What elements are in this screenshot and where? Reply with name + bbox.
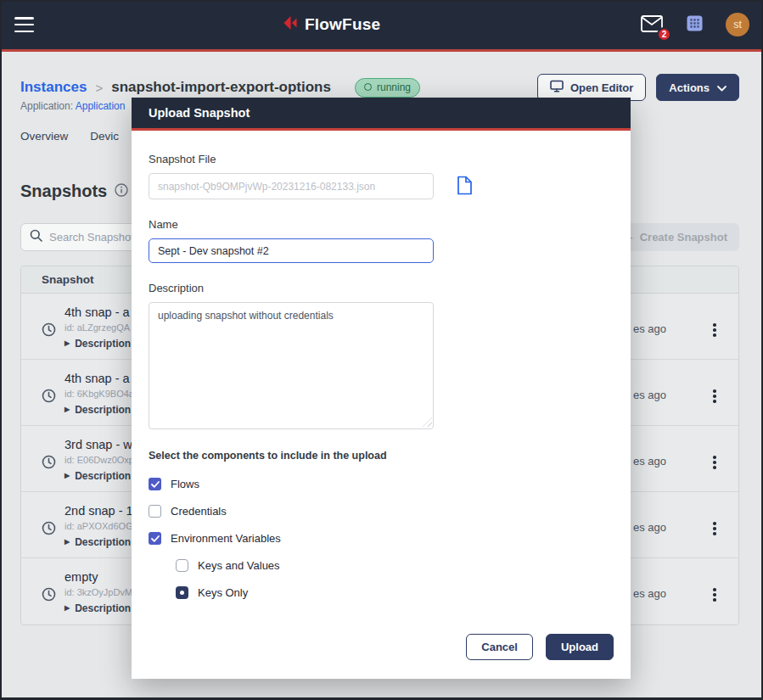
app-window: FlowFuse 2 [0,0,763,700]
upload-button[interactable]: Upload [546,634,614,660]
hamburger-menu-icon[interactable] [14,17,34,32]
snapshot-file-row [149,173,614,199]
description-label: Description [149,282,614,294]
option-credentials: Credentials [149,502,614,520]
snapshot-file-label: Snapshot File [149,153,614,165]
check-icon [151,535,160,542]
option-flows: Flows [149,475,614,493]
option-keys-only: Keys Only [176,584,614,602]
navbar-actions: 2 st [640,0,749,49]
description-textarea[interactable]: uploading snapshot without credentials [149,302,434,429]
option-keys-and-values: Keys and Values [176,557,614,574]
environment-variables-label: Environment Variables [171,532,281,545]
top-navbar: FlowFuse 2 [0,0,763,49]
keys-and-values-radio[interactable] [176,559,188,572]
name-input[interactable] [149,238,434,263]
user-menu-button[interactable]: st [726,13,749,36]
dialog-title: Upload Snapshot [149,106,250,120]
option-environment-variables: Environment Variables [149,529,614,547]
notification-badge: 2 [657,27,671,42]
environment-variables-checkbox[interactable] [149,532,161,545]
snapshot-file-input [149,173,434,199]
description-field: uploading snapshot without credentials [149,302,434,429]
dialog-header: Upload Snapshot [132,98,631,131]
devices-button[interactable] [684,13,705,36]
dialog-body: Snapshot File Name Description uploading… [132,131,631,676]
name-label: Name [149,218,614,231]
notifications-button[interactable]: 2 [640,14,664,35]
flows-checkbox[interactable] [149,478,161,490]
check-icon [151,481,160,488]
brand-logo: FlowFuse [281,0,380,49]
upload-snapshot-dialog: Upload Snapshot Snapshot File Name Descr… [132,98,631,679]
avatar: st [726,13,749,36]
cancel-button[interactable]: Cancel [466,634,533,660]
credentials-checkbox[interactable] [149,505,161,518]
document-icon [457,176,473,198]
brand-name: FlowFuse [305,15,380,34]
flows-label: Flows [171,478,199,490]
choose-file-button[interactable] [457,176,473,198]
components-heading: Select the components to include in the … [149,450,614,462]
keys-only-radio[interactable] [176,586,188,599]
credentials-label: Credentials [171,505,227,518]
keys-and-values-label: Keys and Values [198,559,280,572]
chip-grid-icon [684,24,705,36]
keys-only-label: Keys Only [198,586,248,599]
dialog-footer: Cancel Upload [466,634,614,660]
flowfuse-logo-icon [281,14,299,35]
